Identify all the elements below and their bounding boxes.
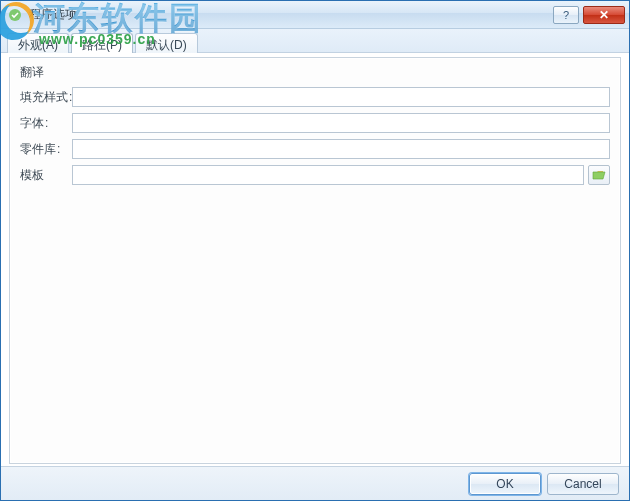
dialog-footer: OK Cancel: [1, 466, 629, 500]
tab-defaults[interactable]: 默认(D): [135, 33, 198, 53]
window-buttons: ? ✕: [553, 6, 625, 24]
tab-paths[interactable]: 路径(P): [71, 33, 133, 53]
folder-open-icon: [592, 169, 606, 181]
close-button[interactable]: ✕: [583, 6, 625, 24]
browse-template-button[interactable]: [588, 165, 610, 185]
tab-strip: 外观(A) 路径(P) 默认(D): [1, 29, 629, 53]
label-fill-style: 填充样式: [20, 89, 72, 106]
section-title: 翻译: [10, 58, 620, 85]
input-template[interactable]: [72, 165, 584, 185]
label-template: 模板: [20, 167, 72, 184]
content-panel: 翻译 填充样式 字体 零件库 模板: [9, 57, 621, 464]
help-glyph: ?: [563, 9, 569, 21]
close-icon: ✕: [599, 8, 609, 22]
title-bar: 程序选项 ? ✕: [1, 1, 629, 29]
dialog-window: 河东软件园 www.pc0359.cn 程序选项 ? ✕ 外观(A) 路径(P)…: [0, 0, 630, 501]
label-part-library: 零件库: [20, 141, 72, 158]
input-fill-style[interactable]: [72, 87, 610, 107]
app-icon: [7, 7, 23, 23]
form-rows: 填充样式 字体 零件库 模板: [10, 85, 620, 185]
tab-appearance[interactable]: 外观(A): [7, 33, 69, 53]
row-font: 字体: [20, 113, 610, 133]
row-fill-style: 填充样式: [20, 87, 610, 107]
row-template: 模板: [20, 165, 610, 185]
ok-button[interactable]: OK: [469, 473, 541, 495]
label-font: 字体: [20, 115, 72, 132]
input-part-library[interactable]: [72, 139, 610, 159]
cancel-button[interactable]: Cancel: [547, 473, 619, 495]
help-button[interactable]: ?: [553, 6, 579, 24]
input-font[interactable]: [72, 113, 610, 133]
window-title: 程序选项: [29, 6, 77, 23]
row-part-library: 零件库: [20, 139, 610, 159]
